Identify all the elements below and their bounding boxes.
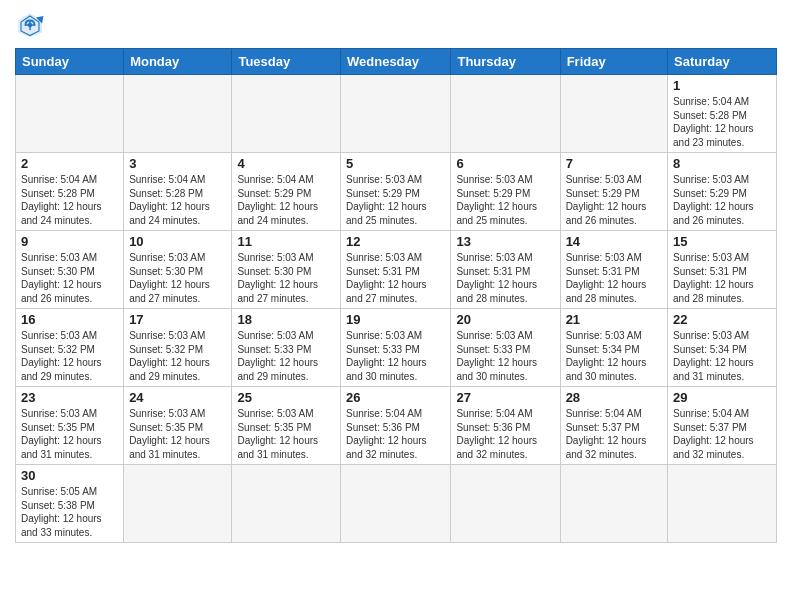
calendar-cell: 20Sunrise: 5:03 AM Sunset: 5:33 PM Dayli… (451, 309, 560, 387)
day-info: Sunrise: 5:04 AM Sunset: 5:37 PM Dayligh… (566, 407, 662, 461)
day-info: Sunrise: 5:04 AM Sunset: 5:29 PM Dayligh… (237, 173, 335, 227)
logo (15, 10, 49, 40)
calendar-cell: 3Sunrise: 5:04 AM Sunset: 5:28 PM Daylig… (124, 153, 232, 231)
calendar-cell (451, 465, 560, 543)
day-number: 29 (673, 390, 771, 405)
day-info: Sunrise: 5:03 AM Sunset: 5:33 PM Dayligh… (456, 329, 554, 383)
day-info: Sunrise: 5:03 AM Sunset: 5:32 PM Dayligh… (129, 329, 226, 383)
day-info: Sunrise: 5:03 AM Sunset: 5:32 PM Dayligh… (21, 329, 118, 383)
calendar-cell: 29Sunrise: 5:04 AM Sunset: 5:37 PM Dayli… (668, 387, 777, 465)
day-number: 7 (566, 156, 662, 171)
calendar-cell: 25Sunrise: 5:03 AM Sunset: 5:35 PM Dayli… (232, 387, 341, 465)
day-info: Sunrise: 5:04 AM Sunset: 5:37 PM Dayligh… (673, 407, 771, 461)
calendar-cell: 16Sunrise: 5:03 AM Sunset: 5:32 PM Dayli… (16, 309, 124, 387)
day-info: Sunrise: 5:04 AM Sunset: 5:28 PM Dayligh… (21, 173, 118, 227)
day-info: Sunrise: 5:03 AM Sunset: 5:31 PM Dayligh… (673, 251, 771, 305)
calendar-cell: 8Sunrise: 5:03 AM Sunset: 5:29 PM Daylig… (668, 153, 777, 231)
day-info: Sunrise: 5:04 AM Sunset: 5:28 PM Dayligh… (673, 95, 771, 149)
calendar-cell (124, 465, 232, 543)
day-number: 14 (566, 234, 662, 249)
day-info: Sunrise: 5:03 AM Sunset: 5:33 PM Dayligh… (346, 329, 445, 383)
calendar-cell (451, 75, 560, 153)
calendar-cell: 6Sunrise: 5:03 AM Sunset: 5:29 PM Daylig… (451, 153, 560, 231)
day-info: Sunrise: 5:03 AM Sunset: 5:31 PM Dayligh… (346, 251, 445, 305)
weekday-header-thursday: Thursday (451, 49, 560, 75)
calendar-cell: 12Sunrise: 5:03 AM Sunset: 5:31 PM Dayli… (341, 231, 451, 309)
calendar-cell: 30Sunrise: 5:05 AM Sunset: 5:38 PM Dayli… (16, 465, 124, 543)
day-number: 1 (673, 78, 771, 93)
day-info: Sunrise: 5:03 AM Sunset: 5:35 PM Dayligh… (237, 407, 335, 461)
calendar-cell: 26Sunrise: 5:04 AM Sunset: 5:36 PM Dayli… (341, 387, 451, 465)
day-number: 20 (456, 312, 554, 327)
day-info: Sunrise: 5:03 AM Sunset: 5:31 PM Dayligh… (566, 251, 662, 305)
day-info: Sunrise: 5:04 AM Sunset: 5:28 PM Dayligh… (129, 173, 226, 227)
day-number: 22 (673, 312, 771, 327)
calendar-week-row: 16Sunrise: 5:03 AM Sunset: 5:32 PM Dayli… (16, 309, 777, 387)
calendar-cell: 27Sunrise: 5:04 AM Sunset: 5:36 PM Dayli… (451, 387, 560, 465)
calendar-cell (668, 465, 777, 543)
calendar-week-row: 1Sunrise: 5:04 AM Sunset: 5:28 PM Daylig… (16, 75, 777, 153)
day-number: 4 (237, 156, 335, 171)
day-number: 5 (346, 156, 445, 171)
day-number: 28 (566, 390, 662, 405)
calendar-cell (16, 75, 124, 153)
calendar-cell (560, 75, 667, 153)
day-number: 23 (21, 390, 118, 405)
calendar-cell (560, 465, 667, 543)
day-info: Sunrise: 5:03 AM Sunset: 5:30 PM Dayligh… (237, 251, 335, 305)
calendar-cell: 10Sunrise: 5:03 AM Sunset: 5:30 PM Dayli… (124, 231, 232, 309)
day-info: Sunrise: 5:03 AM Sunset: 5:30 PM Dayligh… (21, 251, 118, 305)
calendar-cell: 15Sunrise: 5:03 AM Sunset: 5:31 PM Dayli… (668, 231, 777, 309)
day-info: Sunrise: 5:03 AM Sunset: 5:29 PM Dayligh… (456, 173, 554, 227)
calendar-table: SundayMondayTuesdayWednesdayThursdayFrid… (15, 48, 777, 543)
header (15, 10, 777, 40)
day-info: Sunrise: 5:03 AM Sunset: 5:29 PM Dayligh… (673, 173, 771, 227)
calendar-cell: 23Sunrise: 5:03 AM Sunset: 5:35 PM Dayli… (16, 387, 124, 465)
calendar-cell (341, 75, 451, 153)
day-number: 18 (237, 312, 335, 327)
calendar-cell: 1Sunrise: 5:04 AM Sunset: 5:28 PM Daylig… (668, 75, 777, 153)
calendar-cell: 5Sunrise: 5:03 AM Sunset: 5:29 PM Daylig… (341, 153, 451, 231)
day-info: Sunrise: 5:03 AM Sunset: 5:31 PM Dayligh… (456, 251, 554, 305)
day-number: 12 (346, 234, 445, 249)
day-number: 24 (129, 390, 226, 405)
calendar-cell: 4Sunrise: 5:04 AM Sunset: 5:29 PM Daylig… (232, 153, 341, 231)
day-info: Sunrise: 5:03 AM Sunset: 5:29 PM Dayligh… (566, 173, 662, 227)
weekday-header-saturday: Saturday (668, 49, 777, 75)
calendar-cell: 24Sunrise: 5:03 AM Sunset: 5:35 PM Dayli… (124, 387, 232, 465)
day-number: 17 (129, 312, 226, 327)
day-info: Sunrise: 5:03 AM Sunset: 5:34 PM Dayligh… (673, 329, 771, 383)
calendar-cell: 19Sunrise: 5:03 AM Sunset: 5:33 PM Dayli… (341, 309, 451, 387)
day-info: Sunrise: 5:04 AM Sunset: 5:36 PM Dayligh… (456, 407, 554, 461)
day-number: 26 (346, 390, 445, 405)
day-info: Sunrise: 5:05 AM Sunset: 5:38 PM Dayligh… (21, 485, 118, 539)
day-number: 21 (566, 312, 662, 327)
calendar-cell: 7Sunrise: 5:03 AM Sunset: 5:29 PM Daylig… (560, 153, 667, 231)
day-number: 3 (129, 156, 226, 171)
day-number: 6 (456, 156, 554, 171)
day-number: 13 (456, 234, 554, 249)
day-number: 19 (346, 312, 445, 327)
calendar-cell: 17Sunrise: 5:03 AM Sunset: 5:32 PM Dayli… (124, 309, 232, 387)
calendar-cell: 2Sunrise: 5:04 AM Sunset: 5:28 PM Daylig… (16, 153, 124, 231)
calendar-cell (232, 465, 341, 543)
calendar-week-row: 2Sunrise: 5:04 AM Sunset: 5:28 PM Daylig… (16, 153, 777, 231)
day-number: 9 (21, 234, 118, 249)
day-number: 30 (21, 468, 118, 483)
page: SundayMondayTuesdayWednesdayThursdayFrid… (0, 0, 792, 558)
day-number: 2 (21, 156, 118, 171)
calendar-cell: 18Sunrise: 5:03 AM Sunset: 5:33 PM Dayli… (232, 309, 341, 387)
calendar-header: SundayMondayTuesdayWednesdayThursdayFrid… (16, 49, 777, 75)
day-number: 27 (456, 390, 554, 405)
day-number: 15 (673, 234, 771, 249)
day-info: Sunrise: 5:03 AM Sunset: 5:29 PM Dayligh… (346, 173, 445, 227)
day-info: Sunrise: 5:03 AM Sunset: 5:30 PM Dayligh… (129, 251, 226, 305)
calendar-cell (232, 75, 341, 153)
calendar-week-row: 9Sunrise: 5:03 AM Sunset: 5:30 PM Daylig… (16, 231, 777, 309)
calendar-cell: 22Sunrise: 5:03 AM Sunset: 5:34 PM Dayli… (668, 309, 777, 387)
calendar-cell: 14Sunrise: 5:03 AM Sunset: 5:31 PM Dayli… (560, 231, 667, 309)
calendar-cell: 21Sunrise: 5:03 AM Sunset: 5:34 PM Dayli… (560, 309, 667, 387)
calendar-cell: 13Sunrise: 5:03 AM Sunset: 5:31 PM Dayli… (451, 231, 560, 309)
calendar-cell: 9Sunrise: 5:03 AM Sunset: 5:30 PM Daylig… (16, 231, 124, 309)
calendar-cell (124, 75, 232, 153)
